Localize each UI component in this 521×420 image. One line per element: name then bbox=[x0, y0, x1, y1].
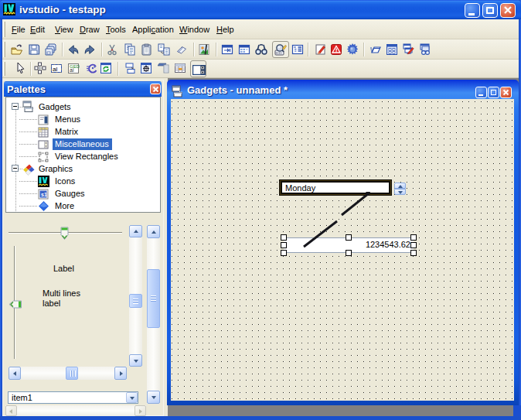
svg-text:al: al bbox=[53, 66, 57, 73]
svg-text:s1: s1 bbox=[41, 192, 47, 197]
svg-text:ai: ai bbox=[70, 67, 74, 73]
